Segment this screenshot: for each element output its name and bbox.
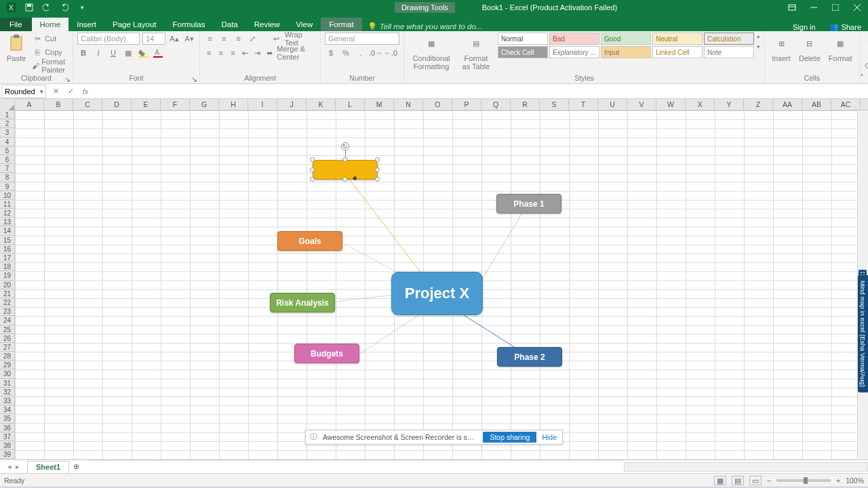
style-calculation[interactable]: Calculation — [704, 33, 754, 45]
column-header[interactable]: D — [102, 99, 132, 110]
save-icon[interactable] — [23, 1, 35, 14]
row-header[interactable]: 22 — [0, 298, 14, 307]
format-cells-button[interactable]: ▦Format — [826, 33, 855, 64]
style-note[interactable]: Note — [704, 46, 754, 58]
column-header[interactable]: N — [394, 99, 423, 110]
align-middle-icon[interactable]: ≡ — [218, 33, 230, 45]
row-header[interactable]: 30 — [0, 369, 14, 378]
font-name-combo[interactable] — [77, 33, 140, 45]
font-color-icon[interactable]: A — [152, 47, 164, 59]
resize-handle[interactable] — [310, 177, 315, 182]
share-button[interactable]: 👥 Share — [823, 22, 868, 31]
fx-icon[interactable]: fx — [80, 86, 91, 97]
align-top-icon[interactable]: ≡ — [204, 33, 216, 45]
row-header[interactable]: 9 — [0, 182, 14, 191]
resize-handle[interactable] — [375, 177, 380, 182]
row-header[interactable]: 16 — [0, 245, 14, 253]
row-header[interactable]: 33 — [0, 396, 14, 405]
resize-handle[interactable] — [310, 157, 315, 162]
dialog-launcher-icon[interactable]: ↘ — [64, 75, 71, 82]
sheet-nav[interactable]: ◂▸ — [0, 460, 27, 473]
fill-button[interactable]: ⬇Fill — [864, 46, 868, 58]
row-header[interactable]: 23 — [0, 307, 14, 316]
shape-risk-analysis[interactable]: Risk Analysis — [270, 293, 335, 312]
row-header[interactable]: 13 — [0, 218, 14, 226]
hide-share-bar-button[interactable]: Hide — [536, 433, 562, 441]
minimize-icon[interactable] — [803, 0, 825, 15]
italic-icon[interactable]: I — [92, 47, 104, 59]
align-left-icon[interactable]: ≡ — [204, 47, 214, 59]
currency-icon[interactable]: $ — [325, 47, 337, 59]
row-header[interactable]: 17 — [0, 253, 14, 262]
style-explanatory[interactable]: Explanatory ... — [549, 46, 599, 58]
row-header[interactable]: 19 — [0, 271, 14, 280]
style-check-cell[interactable]: Check Cell — [498, 46, 548, 58]
tab-file[interactable]: File — [0, 18, 32, 31]
formula-input[interactable] — [95, 85, 868, 98]
column-header[interactable]: I — [248, 99, 277, 110]
stop-sharing-button[interactable]: Stop sharing — [483, 432, 536, 443]
increase-decimal-icon[interactable]: .0→ — [370, 47, 382, 59]
increase-indent-icon[interactable]: ⇥ — [253, 47, 262, 59]
qat-customize-icon[interactable]: ▾ — [76, 1, 88, 14]
redo-icon[interactable] — [58, 1, 71, 14]
autosum-button[interactable]: ΣAutoSum — [864, 33, 868, 45]
styles-scroll-up-icon[interactable]: ▴ — [757, 33, 760, 39]
row-header[interactable]: 2 — [0, 119, 14, 128]
row-header[interactable]: 18 — [0, 262, 14, 271]
row-header[interactable]: 39 — [0, 450, 14, 459]
row-header[interactable]: 10 — [0, 191, 14, 200]
undo-icon[interactable] — [41, 1, 53, 14]
align-center-icon[interactable]: ≡ — [216, 47, 226, 59]
resize-handle[interactable] — [310, 167, 315, 172]
shape-project-x[interactable]: Project X — [391, 272, 483, 315]
column-header[interactable]: H — [219, 99, 248, 110]
tab-format[interactable]: Format — [321, 18, 361, 31]
horizontal-scrollbar[interactable] — [624, 462, 868, 472]
underline-icon[interactable]: U — [107, 47, 119, 59]
column-header[interactable]: R — [511, 99, 540, 110]
row-header[interactable]: 37 — [0, 432, 14, 441]
row-header[interactable]: 12 — [0, 209, 14, 218]
bold-icon[interactable]: B — [77, 47, 90, 59]
align-bottom-icon[interactable]: ≡ — [233, 33, 244, 45]
fill-color-icon[interactable] — [137, 47, 149, 59]
resize-handle[interactable] — [342, 157, 347, 162]
column-header[interactable]: S — [540, 99, 569, 110]
column-header[interactable]: Y — [715, 99, 744, 110]
column-header[interactable]: E — [132, 99, 161, 110]
shape-phase2[interactable]: Phase 2 — [497, 347, 562, 367]
row-header[interactable]: 14 — [0, 226, 14, 235]
copy-button[interactable]: ⎘Copy — [31, 46, 68, 58]
column-header[interactable]: K — [307, 99, 336, 110]
sheet-next-icon[interactable]: ▸ — [16, 462, 20, 471]
column-header[interactable]: U — [598, 99, 627, 110]
insert-cells-button[interactable]: ⊞Insert — [769, 33, 793, 64]
row-header[interactable]: 11 — [0, 200, 14, 209]
zoom-in-icon[interactable]: + — [836, 476, 840, 485]
resize-handle[interactable] — [375, 157, 380, 162]
font-size-combo[interactable] — [142, 33, 165, 45]
add-sheet-button[interactable]: ⊕ — [69, 460, 83, 473]
border-icon[interactable]: ▦ — [122, 47, 134, 59]
column-header[interactable]: M — [365, 99, 394, 110]
row-header[interactable]: 29 — [0, 361, 14, 369]
resize-handle[interactable] — [342, 177, 347, 182]
row-header[interactable]: 4 — [0, 138, 14, 146]
tab-home[interactable]: Home — [32, 18, 69, 31]
resize-handle[interactable] — [375, 167, 380, 172]
decrease-decimal-icon[interactable]: ←.0 — [384, 47, 397, 59]
column-header[interactable]: G — [190, 99, 219, 110]
rotation-handle-icon[interactable]: ↻ — [341, 142, 349, 150]
column-header[interactable]: L — [336, 99, 365, 110]
name-box-input[interactable] — [2, 87, 37, 96]
cells-area[interactable]: Project X Phase 1 Phase 2 Goals Risk Ana… — [15, 110, 857, 460]
row-header[interactable]: 38 — [0, 441, 14, 450]
row-header[interactable]: 8 — [0, 173, 14, 182]
style-neutral[interactable]: Neutral — [652, 33, 703, 45]
sheet-prev-icon[interactable]: ◂ — [7, 462, 12, 471]
row-header[interactable]: 35 — [0, 414, 14, 423]
shape-phase1[interactable]: Phase 1 — [496, 194, 561, 214]
tab-view[interactable]: View — [288, 18, 321, 31]
style-input[interactable]: Input — [601, 46, 651, 58]
